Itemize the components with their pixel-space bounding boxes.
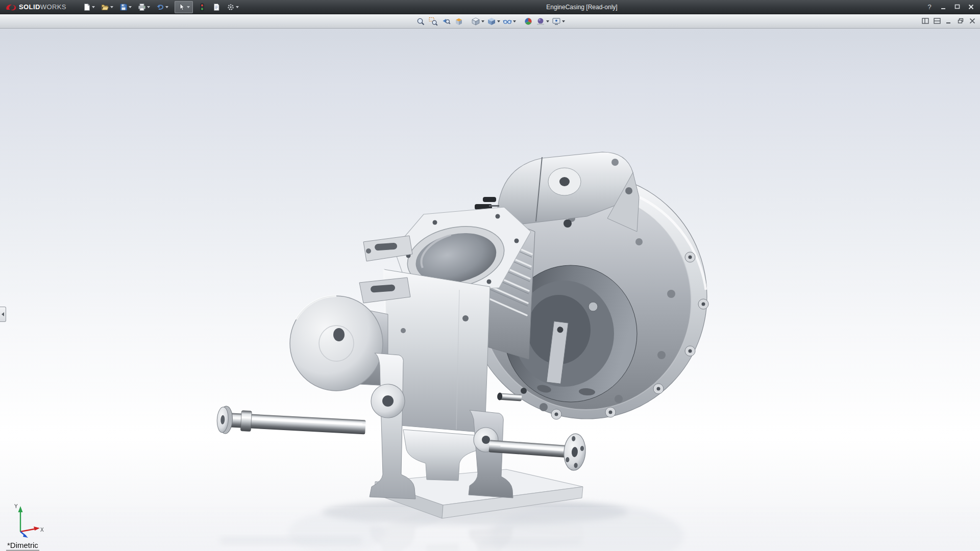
triad-y-axis-icon	[18, 506, 23, 512]
triad-y-label: Y	[14, 504, 18, 509]
document-close-button[interactable]	[967, 16, 977, 26]
engine-casing-model[interactable]	[0, 29, 980, 551]
dropdown-caret-icon	[546, 20, 549, 22]
options-button[interactable]	[224, 1, 242, 13]
options-gear-icon	[227, 3, 235, 11]
heads-up-view-toolbar	[0, 14, 980, 29]
save-icon	[119, 3, 128, 11]
dropdown-caret-icon	[562, 20, 565, 22]
viewport-split-icon	[934, 18, 941, 24]
document-minimize-button[interactable]	[944, 16, 954, 26]
undo-icon	[156, 3, 164, 11]
window-titlebar: SOLIDWORKS EngineCasing [Read-only] ?	[0, 0, 980, 14]
restore-icon	[958, 18, 964, 24]
view-orientation-button[interactable]	[470, 15, 485, 28]
dropdown-caret-icon	[92, 6, 95, 8]
apply-scene-icon	[536, 17, 545, 26]
close-icon	[968, 4, 974, 10]
select-button[interactable]	[175, 1, 193, 13]
open-folder-icon	[101, 3, 109, 11]
print-button[interactable]	[135, 1, 153, 13]
help-icon: ?	[927, 3, 931, 11]
hide-show-glasses-icon	[503, 17, 512, 26]
rebuild-button[interactable]	[195, 1, 209, 13]
zoom-to-area-button[interactable]	[427, 15, 439, 28]
new-document-button[interactable]	[80, 1, 98, 13]
section-view-icon	[454, 17, 463, 26]
dropdown-caret-icon	[187, 6, 190, 8]
undo-button[interactable]	[153, 1, 172, 13]
file-properties-button[interactable]	[209, 1, 224, 13]
edit-appearance-button[interactable]	[522, 15, 534, 28]
window-close-button[interactable]	[965, 2, 977, 13]
viewport-layout-button[interactable]	[920, 16, 930, 26]
save-button[interactable]	[116, 1, 135, 13]
previous-view-button[interactable]	[440, 15, 452, 28]
view-orientation-cube-icon	[471, 17, 480, 26]
print-icon	[138, 3, 146, 11]
close-icon	[969, 18, 975, 24]
triad-x-label: X	[40, 527, 44, 533]
document-restore-button[interactable]	[955, 16, 966, 26]
apply-scene-button[interactable]	[535, 15, 550, 28]
edit-appearance-ball-icon	[524, 17, 533, 26]
document-window-controls	[920, 16, 977, 26]
window-minimize-button[interactable]	[937, 2, 949, 13]
zoom-to-area-icon	[429, 17, 438, 26]
dropdown-caret-icon	[513, 20, 516, 22]
window-controls: ?	[923, 2, 977, 13]
display-style-button[interactable]	[486, 15, 501, 28]
previous-view-icon	[442, 17, 451, 26]
rebuild-stoplight-icon	[198, 3, 206, 11]
dropdown-caret-icon	[147, 6, 150, 8]
hide-show-items-button[interactable]	[502, 15, 517, 28]
view-tools-group	[414, 15, 465, 28]
graphics-viewport[interactable]: Y X *Dimetric	[0, 29, 980, 551]
dropdown-caret-icon	[129, 6, 132, 8]
feature-panel-collapse-tab[interactable]	[0, 307, 6, 322]
select-cursor-icon	[178, 3, 186, 11]
display-style-icon	[487, 17, 496, 26]
orientation-triad[interactable]: Y X	[8, 501, 46, 541]
orientation-tools-group	[470, 15, 517, 28]
chevron-left-icon	[2, 312, 4, 316]
section-view-button[interactable]	[453, 15, 465, 28]
zoom-to-fit-icon	[416, 17, 425, 26]
view-settings-icon	[552, 17, 561, 26]
solidworks-logo-icon	[5, 3, 16, 12]
dropdown-caret-icon	[110, 6, 113, 8]
viewport-layout-icon	[922, 18, 929, 24]
window-maximize-button[interactable]	[951, 2, 963, 13]
dropdown-caret-icon	[497, 20, 500, 22]
document-title: EngineCasing [Read-only]	[546, 0, 617, 14]
new-document-icon	[83, 3, 91, 11]
zoom-to-fit-button[interactable]	[414, 15, 427, 28]
dropdown-caret-icon	[481, 20, 484, 22]
brand-name: SOLIDWORKS	[19, 3, 66, 11]
view-orientation-label: *Dimetric	[6, 541, 39, 550]
maximize-icon	[954, 4, 960, 10]
minimize-icon	[946, 18, 952, 24]
dropdown-caret-icon	[165, 6, 168, 8]
file-properties-icon	[212, 3, 220, 11]
triad-x-axis-icon	[34, 527, 40, 531]
dropdown-caret-icon	[236, 6, 239, 8]
minimize-icon	[941, 4, 946, 10]
solidworks-logo: SOLIDWORKS	[5, 3, 66, 12]
help-button[interactable]: ?	[923, 2, 936, 13]
viewport-split-button[interactable]	[932, 16, 942, 26]
open-button[interactable]	[98, 1, 116, 13]
appearance-tools-group	[522, 15, 566, 28]
view-settings-button[interactable]	[551, 15, 566, 28]
